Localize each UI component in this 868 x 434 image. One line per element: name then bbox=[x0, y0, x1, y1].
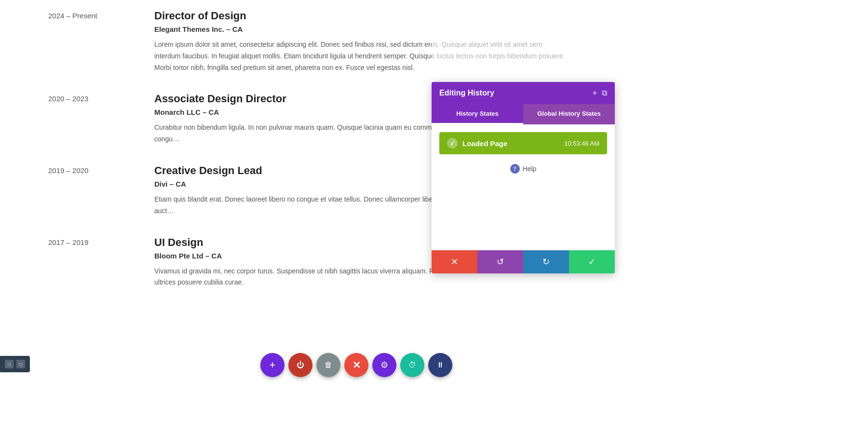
job-title-1: Director of Design bbox=[154, 10, 569, 22]
job-content-1: Director of Design Elegant Themes Inc. –… bbox=[154, 10, 569, 73]
history-item[interactable]: ✓ Loaded Page 10:53:46 AM bbox=[439, 132, 607, 154]
panel-header-icons: ⌖ ⧉ bbox=[593, 89, 607, 97]
tab-global-history-states[interactable]: Global History States bbox=[523, 104, 615, 124]
tab-history-states[interactable]: History States bbox=[432, 104, 523, 124]
panel-actions: ✕ ↺ ↻ ✓ bbox=[432, 250, 615, 273]
panel-title: Editing History bbox=[439, 89, 494, 97]
undo-button[interactable]: ↺ bbox=[477, 250, 523, 273]
year-label-2: 2020 – 2023 bbox=[48, 93, 154, 145]
save-button[interactable]: ✓ bbox=[569, 250, 615, 273]
timeline-row-1: 2024 – Present Director of Design Elegan… bbox=[48, 10, 868, 73]
year-label-1: 2024 – Present bbox=[48, 10, 154, 73]
toggle-btn-2[interactable]: □ bbox=[16, 360, 25, 368]
fab-delete[interactable]: 🗑 bbox=[316, 353, 340, 377]
fab-pause[interactable]: ⏸ bbox=[428, 353, 452, 377]
expand-icon[interactable]: ⌖ bbox=[593, 89, 597, 97]
fab-settings[interactable]: ⚙ bbox=[372, 353, 396, 377]
toggle-btn-1[interactable]: □ bbox=[5, 360, 14, 368]
redo-button[interactable]: ↻ bbox=[523, 250, 569, 273]
split-icon[interactable]: ⧉ bbox=[602, 89, 607, 97]
job-company-1: Elegant Themes Inc. – CA bbox=[154, 25, 569, 33]
floating-toolbar: + ⏻ 🗑 ✕ ⚙ ⏱ ⏸ bbox=[260, 353, 452, 377]
history-item-label: Loaded Page bbox=[462, 139, 507, 148]
job-description-1: Lorem ipsum dolor sit amet, consectetur … bbox=[154, 39, 569, 73]
fab-history[interactable]: ⏱ bbox=[400, 353, 424, 377]
cancel-button[interactable]: ✕ bbox=[432, 250, 477, 273]
history-item-left: ✓ Loaded Page bbox=[447, 138, 507, 149]
year-label-4: 2017 – 2019 bbox=[48, 236, 154, 289]
fab-add[interactable]: + bbox=[260, 353, 285, 377]
panel-tabs: History States Global History States bbox=[432, 104, 615, 124]
fab-close[interactable]: ✕ bbox=[344, 353, 368, 377]
history-item-time: 10:53:46 AM bbox=[564, 140, 599, 147]
help-icon: ? bbox=[510, 164, 520, 174]
history-check-icon: ✓ bbox=[447, 138, 458, 149]
panel-body: ✓ Loaded Page 10:53:46 AM ? Help bbox=[432, 124, 615, 250]
help-row[interactable]: ? Help bbox=[439, 164, 607, 174]
panel-header: Editing History ⌖ ⧉ bbox=[432, 82, 615, 104]
fab-power[interactable]: ⏻ bbox=[288, 353, 312, 377]
year-label-3: 2019 – 2020 bbox=[48, 164, 154, 217]
help-label: Help bbox=[523, 165, 537, 173]
editing-history-panel: Editing History ⌖ ⧉ History States Globa… bbox=[432, 82, 615, 273]
bottom-left-toggle: □ □ bbox=[0, 356, 30, 372]
